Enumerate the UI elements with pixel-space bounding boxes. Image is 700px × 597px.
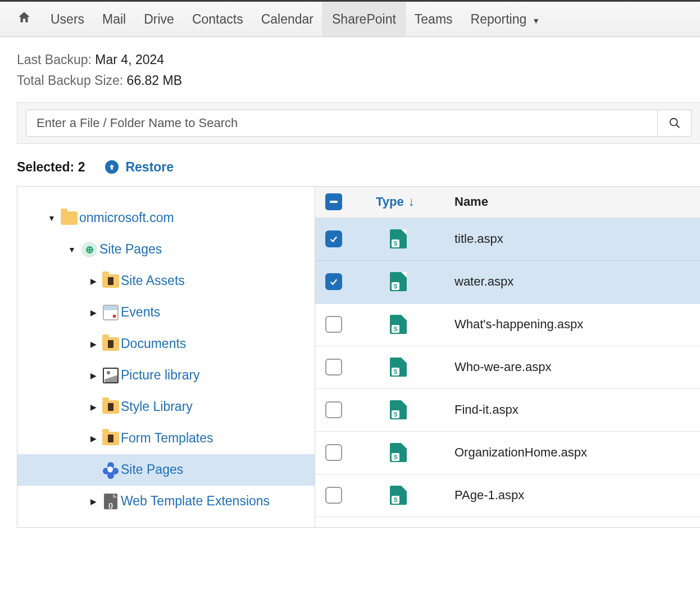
nav-item-drive[interactable]: Drive: [135, 2, 183, 37]
svg-line-1: [676, 124, 679, 128]
top-nav: UsersMailDriveContactsCalendarSharePoint…: [0, 0, 700, 37]
nav-item-sharepoint[interactable]: SharePoint: [322, 2, 406, 37]
file-name: What's-happening.aspx: [454, 317, 583, 332]
chevron-right-icon[interactable]: ▶: [86, 434, 101, 443]
folder-icon: [59, 211, 79, 225]
nav-item-contacts[interactable]: Contacts: [183, 2, 252, 37]
calendar-icon: [101, 305, 121, 320]
restore-icon: [105, 160, 119, 174]
selected-count: Selected: 2: [17, 160, 85, 175]
nav-items: UsersMailDriveContactsCalendarSharePoint…: [42, 2, 549, 37]
home-icon[interactable]: [10, 7, 42, 32]
nav-item-mail[interactable]: Mail: [93, 2, 135, 37]
file-list: Type ↓ Name title.aspxwater.aspxWhat's-h…: [315, 187, 700, 527]
sharepoint-file-icon: [376, 486, 421, 505]
folder-icon: [101, 337, 121, 351]
sharepoint-file-icon: [376, 358, 421, 377]
sharepoint-file-icon: [376, 400, 421, 419]
chevron-right-icon[interactable]: ▶: [86, 340, 101, 349]
table-row[interactable]: Who-we-are.aspx: [315, 346, 700, 389]
svg-point-0: [670, 118, 677, 125]
file-name: Who-we-are.aspx: [454, 360, 551, 374]
tree-item-site-assets[interactable]: ▶Site Assets: [17, 265, 315, 297]
sharepoint-file-icon: [376, 315, 421, 334]
folder-icon: [101, 400, 121, 414]
nav-item-reporting[interactable]: Reporting▼: [462, 2, 549, 37]
sharepoint-file-icon: [376, 443, 421, 462]
tree-root[interactable]: ▼ onmicrosoft.com: [17, 202, 315, 234]
search-button[interactable]: [658, 110, 692, 137]
tree-item-site-pages[interactable]: ▶Site Pages: [17, 454, 315, 486]
chevron-down-icon[interactable]: ▼: [65, 245, 79, 254]
file-name: water.aspx: [454, 274, 513, 289]
file-name: PAge-1.aspx: [454, 488, 524, 503]
column-name[interactable]: Name: [454, 195, 488, 209]
file-name: OrganizationHome.aspx: [454, 445, 587, 460]
code-file-icon: [101, 494, 121, 509]
tree-item-web-template-extensions[interactable]: ▶Web Template Extensions: [17, 486, 315, 517]
search-icon: [669, 117, 681, 129]
row-checkbox[interactable]: [325, 230, 342, 247]
nav-item-calendar[interactable]: Calendar: [252, 2, 322, 37]
row-checkbox[interactable]: [325, 487, 342, 504]
tree-item-form-templates[interactable]: ▶Form Templates: [17, 423, 315, 454]
content-split: ▼ onmicrosoft.com ▼ ⊕ Site Pages ▶Site A…: [17, 186, 700, 528]
row-checkbox[interactable]: [325, 401, 342, 418]
chevron-right-icon[interactable]: ▶: [86, 402, 101, 411]
tree-item-documents[interactable]: ▶Documents: [17, 328, 315, 360]
row-checkbox[interactable]: [325, 273, 342, 290]
total-size-value: 66.82 MB: [127, 73, 182, 88]
row-checkbox[interactable]: [325, 444, 342, 461]
file-name: title.aspx: [454, 232, 503, 246]
nav-item-users[interactable]: Users: [42, 2, 93, 37]
table-row[interactable]: OrganizationHome.aspx: [315, 432, 700, 474]
tree-site[interactable]: ▼ ⊕ Site Pages: [17, 234, 315, 265]
select-all-checkbox[interactable]: [325, 193, 342, 210]
total-size-label: Total Backup Size:: [17, 73, 123, 88]
list-header: Type ↓ Name: [315, 187, 700, 218]
tree-item-style-library[interactable]: ▶Style Library: [17, 391, 315, 423]
row-checkbox[interactable]: [325, 316, 342, 333]
chevron-down-icon: ▼: [532, 16, 540, 25]
tree-item-events[interactable]: ▶Events: [17, 297, 315, 328]
chevron-right-icon[interactable]: ▶: [86, 371, 101, 380]
last-backup-label: Last Backup:: [17, 52, 92, 67]
folder-icon: [101, 432, 121, 445]
site-pages-icon: [101, 462, 121, 478]
row-checkbox[interactable]: [325, 359, 342, 376]
table-row[interactable]: PAge-1.aspx: [315, 474, 700, 517]
column-type[interactable]: Type ↓: [376, 195, 421, 209]
sharepoint-file-icon: [376, 272, 421, 291]
tree-item-picture-library[interactable]: ▶Picture library: [17, 360, 315, 391]
restore-button[interactable]: Restore: [105, 160, 174, 175]
search-bar: [17, 102, 700, 144]
picture-icon: [101, 368, 121, 383]
folder-icon: [101, 274, 121, 288]
last-backup-value: Mar 4, 2024: [95, 52, 164, 67]
table-row[interactable]: water.aspx: [315, 261, 700, 304]
chevron-right-icon[interactable]: ▶: [86, 497, 101, 506]
chevron-right-icon[interactable]: ▶: [86, 277, 101, 286]
table-row[interactable]: Find-it.aspx: [315, 389, 700, 432]
file-name: Find-it.aspx: [454, 402, 519, 417]
search-input[interactable]: [26, 110, 658, 137]
sharepoint-file-icon: [376, 229, 421, 248]
chevron-down-icon[interactable]: ▼: [44, 214, 59, 223]
selection-row: Selected: 2 Restore: [0, 144, 700, 186]
nav-item-teams[interactable]: Teams: [406, 2, 462, 37]
table-row[interactable]: title.aspx: [315, 218, 700, 261]
table-row[interactable]: What's-happening.aspx: [315, 304, 700, 346]
tree-pane: ▼ onmicrosoft.com ▼ ⊕ Site Pages ▶Site A…: [17, 187, 315, 527]
sort-down-icon: ↓: [408, 195, 415, 209]
globe-icon: ⊕: [79, 242, 99, 257]
chevron-right-icon[interactable]: ▶: [86, 308, 101, 317]
backup-info: Last Backup: Mar 4, 2024 Total Backup Si…: [0, 37, 700, 98]
